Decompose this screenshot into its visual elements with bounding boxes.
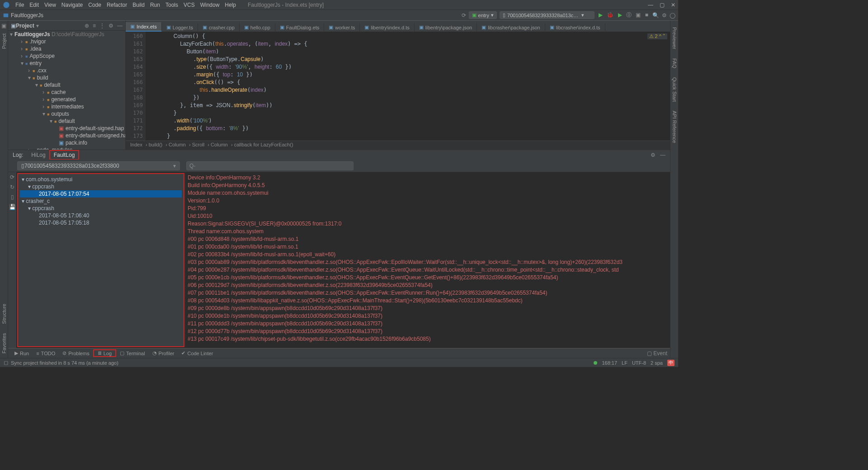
log-reload-icon[interactable]: ↻ [10, 184, 14, 190]
gear-icon[interactable]: ⚙ [108, 23, 113, 29]
editor-tab[interactable]: ▣ hello.cpp [240, 23, 275, 32]
bottom-tab-log[interactable]: ≣ Log [93, 349, 116, 357]
editor-tab[interactable]: ▣ libcrasher\package.json [477, 23, 545, 32]
code-area[interactable]: Column() { LazyForEach(this.operates, (i… [146, 32, 670, 141]
maximize-icon[interactable]: ▢ [660, 2, 665, 8]
editor-tab[interactable]: ▣ libentry\index.d.ts [360, 23, 415, 32]
editor-tab[interactable]: ▣ worker.ts [324, 23, 360, 32]
menu-code[interactable]: Code [85, 2, 104, 8]
locate-icon[interactable]: ⊕ [85, 23, 89, 29]
tree-folder[interactable]: outputs [47, 111, 69, 117]
tree-file[interactable]: entry-default-unsigned.hap [66, 132, 126, 139]
device-combo[interactable]: ▯ 7001005458323933328a013ce2f33800 ▾ [500, 11, 594, 19]
editor-tab[interactable]: ▣ Logger.ts [162, 23, 198, 32]
tree-file[interactable]: pack.info [66, 140, 87, 146]
tree-file[interactable]: entry-default-signed.hap [66, 125, 124, 132]
menu-view[interactable]: View [42, 2, 59, 8]
tree-folder[interactable]: entry [25, 60, 42, 66]
attach-icon[interactable]: ▣ [636, 12, 641, 18]
close-icon[interactable]: ✕ [671, 2, 675, 8]
fault-output[interactable]: Device info:OpenHarmony 3.2Build info:Op… [185, 172, 670, 348]
editor-tab[interactable]: ▣ libentry\package.json [415, 23, 477, 32]
menu-help[interactable]: Help [222, 2, 239, 8]
bottom-tab-run[interactable]: ▶ Run [11, 350, 33, 356]
menu-navigate[interactable]: Navigate [59, 2, 85, 8]
stop-icon[interactable]: ■ [645, 12, 648, 18]
status-encoding[interactable]: UTF-8 [632, 360, 646, 366]
hide-icon[interactable]: — [117, 23, 123, 29]
sync-icon[interactable]: ⟳ [462, 12, 466, 19]
log-tab-faultlog[interactable]: FaultLog [49, 150, 80, 160]
menu-build[interactable]: Build [130, 2, 147, 8]
menu-window[interactable]: Window [198, 2, 222, 8]
tree-folder[interactable]: .idea [25, 46, 41, 52]
fault-entry[interactable]: 2017-08-05 17:05:18 [20, 219, 182, 226]
tree-folder[interactable]: .cxx [33, 67, 47, 74]
log-hide-icon[interactable]: — [660, 152, 665, 158]
right-tab-apiref[interactable]: API Reference [672, 109, 677, 145]
tree-folder[interactable]: AppScope [25, 53, 55, 59]
status-line-sep[interactable]: LF [622, 360, 627, 366]
settings-icon[interactable]: ⚙ [662, 12, 667, 19]
bottom-tab-todo[interactable]: ≡ TODO [33, 351, 59, 356]
right-tab-previewer[interactable]: Previewer [672, 25, 677, 51]
profile-icon[interactable]: ⓪ [626, 12, 632, 18]
log-device-icon[interactable]: ▯ [11, 194, 14, 200]
log-refresh-icon[interactable]: ⟳ [10, 174, 14, 180]
minimize-icon[interactable]: — [648, 2, 653, 8]
tree-folder[interactable]: intermediates [47, 103, 84, 110]
project-breadcrumb[interactable]: FaultloggerJs [11, 12, 43, 19]
log-gear-icon[interactable]: ⚙ [651, 152, 656, 158]
bottom-tab-terminal[interactable]: ▢ Terminal [116, 350, 149, 356]
menu-edit[interactable]: Edit [27, 2, 42, 8]
collapse-icon[interactable]: ⋮ [99, 23, 105, 29]
fault-tree[interactable]: ▾ com.ohos.systemui ▾ cppcrash 2017-08-0… [17, 173, 184, 347]
menu-file[interactable]: File [13, 2, 27, 8]
tree-folder[interactable]: cache [47, 89, 66, 95]
expand-icon[interactable]: ≡ [93, 23, 96, 29]
event-log-link[interactable]: ▢ Event [647, 350, 667, 357]
run-config-combo[interactable]: ▣ entry ▾ [469, 11, 497, 19]
bottom-tab-codelinter[interactable]: ✔ Code Linter [178, 350, 217, 356]
menu-run[interactable]: Run [147, 2, 163, 8]
menu-refactor[interactable]: Refactor [104, 2, 130, 8]
editor-tab[interactable]: ▣ FaultDialog.ets [275, 23, 324, 32]
status-indent[interactable]: 2 spa [651, 360, 663, 366]
ime-badge[interactable]: 中 [667, 360, 675, 366]
log-save-icon[interactable]: 💾 [9, 204, 16, 210]
tree-folder[interactable]: generated [47, 96, 75, 103]
menu-vcs[interactable]: VCS [181, 2, 198, 8]
bottom-tab-profiler[interactable]: ◔ Profiler [149, 350, 178, 356]
menu-tools[interactable]: Tools [163, 2, 181, 8]
tree-folder[interactable]: build [33, 75, 48, 81]
right-tab-quickstart[interactable]: Quick Start [672, 75, 677, 103]
fault-entry-selected[interactable]: 2017-08-05 17:07:54 [20, 190, 182, 197]
project-tree[interactable]: ▣ Project ▾ ⊕ ≡ ⋮ ⚙ — ▾FaultloggerJs D:\… [8, 21, 126, 150]
tree-folder[interactable]: default [54, 118, 75, 124]
tree-folder[interactable]: .hvigor [25, 38, 46, 45]
editor-tab[interactable]: ▣ crasher.cpp [198, 23, 240, 32]
editor-tab[interactable]: ▣ Index.ets [126, 22, 162, 32]
tree-folder[interactable]: default [40, 82, 60, 88]
left-tab-project[interactable]: Project [1, 32, 7, 51]
log-tab-hilog[interactable]: HiLog [28, 151, 49, 159]
coverage-icon[interactable]: ▶ [618, 12, 622, 18]
tree-root[interactable]: FaultloggerJs D:\code\FaultloggerJs [14, 31, 104, 38]
editor-tab[interactable]: ▣ libcrasher\index.d.ts [545, 23, 605, 32]
left-corner-icon[interactable]: ▣ [1, 23, 6, 29]
right-tab-faq[interactable]: FAQ [672, 56, 677, 70]
search-icon[interactable]: 🔍 [652, 12, 659, 19]
user-icon[interactable]: ◯ [670, 12, 675, 19]
fault-entry[interactable]: 2017-08-05 17:06:40 [20, 212, 182, 219]
code-breadcrumb[interactable]: Index › build() › Column › Scroll › Colu… [126, 141, 670, 150]
status-corner-icon[interactable]: ▢ [4, 360, 8, 366]
left-tab-structure[interactable]: Structure [1, 302, 7, 326]
debug-icon[interactable]: 🐞 [607, 12, 613, 18]
log-search-input[interactable]: Q- [186, 161, 354, 170]
warning-badge[interactable]: ⚠ 2 ^ ˅ [647, 33, 667, 39]
run-icon[interactable]: ▶ [599, 12, 603, 18]
status-caret-pos[interactable]: 168:17 [602, 360, 617, 366]
log-device-combo[interactable]: ▯ 7001005458323933328a013ce2f33800▾ [17, 161, 180, 170]
bottom-tab-problems[interactable]: ⊘ Problems [59, 350, 93, 356]
left-tab-favorites[interactable]: Favorites [1, 331, 7, 355]
